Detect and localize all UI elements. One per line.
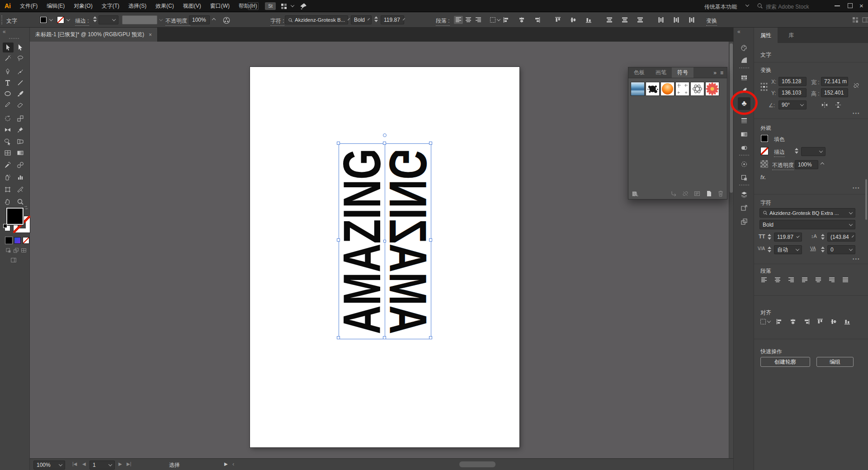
zoom-level-select[interactable]: 100% xyxy=(33,461,65,470)
height-input[interactable]: 152.401 xyxy=(821,88,848,97)
font-family-select[interactable]: Akzidenz-Grotesk B... xyxy=(285,15,348,24)
menu-edit[interactable]: 编辑(E) xyxy=(42,2,69,10)
para-justify-left-button[interactable] xyxy=(801,276,808,284)
draw-normal-icon[interactable] xyxy=(5,247,11,253)
swap-fill-stroke-icon[interactable] xyxy=(24,205,29,210)
workspace-switcher[interactable]: 传统基本功能 xyxy=(704,3,737,11)
delete-symbol-icon[interactable] xyxy=(717,190,724,197)
toolbar-grip[interactable] xyxy=(9,38,19,39)
new-symbol-icon[interactable] xyxy=(705,190,712,197)
align-vertical-center-button[interactable] xyxy=(570,16,577,24)
menu-window[interactable]: 窗口(W) xyxy=(206,2,234,10)
text-anchor-handle[interactable] xyxy=(383,133,387,137)
workspace-chevron-icon[interactable] xyxy=(745,3,749,6)
symbol-libraries-icon[interactable] xyxy=(631,190,639,197)
menu-select[interactable]: 选择(S) xyxy=(124,2,151,10)
status-back-icon[interactable]: ‹ xyxy=(232,461,234,467)
menu-file[interactable]: 文件(F) xyxy=(15,2,42,10)
opacity-input[interactable]: 100% xyxy=(189,15,210,24)
last-artboard-icon[interactable]: ▶| xyxy=(127,461,131,466)
symbol-flower[interactable] xyxy=(705,82,719,96)
tab-libraries[interactable]: 库 xyxy=(782,28,800,43)
stroke-color-swatch[interactable] xyxy=(57,16,64,24)
fill-indicator[interactable] xyxy=(6,207,24,225)
font-family-select[interactable]: Akzidenz-Grotesk BQ Extra ... xyxy=(760,208,855,218)
align-vertical-bottom-button[interactable] xyxy=(844,318,851,325)
brush-chevron-icon[interactable] xyxy=(159,17,163,21)
first-artboard-icon[interactable]: |◀ xyxy=(72,461,77,466)
kerning-select[interactable]: 自动 xyxy=(774,245,802,254)
align-vertical-center-button[interactable] xyxy=(830,318,837,325)
document-tab[interactable]: 未标题-1 [已恢复]* @ 100% (RGB/GPU 预览) × xyxy=(30,28,158,42)
opacity-label[interactable]: 不透明度 : xyxy=(165,17,190,26)
selection-handle[interactable] xyxy=(383,142,386,145)
symbol-orange-button[interactable] xyxy=(660,82,675,96)
panel-scrollbar-thumb[interactable] xyxy=(865,179,867,220)
draw-behind-icon[interactable] xyxy=(13,247,19,253)
distribute-vertical-center-button[interactable] xyxy=(621,16,628,24)
stroke-weight-select[interactable] xyxy=(99,15,118,24)
panel-menu-icon[interactable]: ≡ xyxy=(718,67,727,78)
font-style-select[interactable]: Bold xyxy=(351,15,372,24)
stock-button[interactable]: St xyxy=(265,2,276,10)
tab-swatches[interactable]: 色板 xyxy=(628,67,650,78)
tab-symbols[interactable]: 符号 xyxy=(672,67,693,78)
stroke-weight-stepper[interactable] xyxy=(93,16,97,22)
menu-view[interactable]: 视图(V) xyxy=(179,2,206,10)
distribute-horizontal-left-button[interactable] xyxy=(657,16,665,24)
default-swatches-icon[interactable] xyxy=(5,225,10,231)
para-align-left-button[interactable] xyxy=(760,276,768,284)
opacity-label[interactable]: 不透明度 xyxy=(772,161,794,170)
tracking-select[interactable]: 0 xyxy=(827,245,855,254)
opacity-expand-icon[interactable] xyxy=(821,162,824,166)
para-justify-right-button[interactable] xyxy=(828,276,835,284)
dock-expand-icon[interactable]: « xyxy=(737,28,741,35)
control-bar-grip[interactable] xyxy=(1,15,3,24)
reference-point-locator[interactable] xyxy=(760,78,769,95)
group-button[interactable]: 编组 xyxy=(816,357,854,367)
character-label[interactable]: 字符 : xyxy=(270,17,284,26)
selection-handle[interactable] xyxy=(429,336,432,339)
transform-more-options[interactable]: ••• xyxy=(853,111,860,116)
align-left-paragraph-button[interactable] xyxy=(454,16,463,24)
width-input[interactable]: 72.141 m xyxy=(821,77,848,86)
selection-handle[interactable] xyxy=(429,238,432,242)
selection-handle[interactable] xyxy=(337,142,340,145)
close-button[interactable]: × xyxy=(859,2,863,9)
opacity-checker-icon[interactable] xyxy=(760,160,768,168)
align-horizontal-left-button[interactable] xyxy=(776,318,783,325)
align-right-paragraph-button[interactable] xyxy=(475,16,482,24)
vertical-scroll-thumb[interactable] xyxy=(730,43,733,193)
brush-definition-select[interactable] xyxy=(122,15,157,24)
distribute-horizontal-center-button[interactable] xyxy=(673,16,680,24)
symbol-ink-splat[interactable] xyxy=(646,82,660,96)
color-mode-button[interactable] xyxy=(5,237,12,244)
selection-handle[interactable] xyxy=(383,336,386,339)
align-vertical-top-button[interactable] xyxy=(816,318,824,325)
break-link-icon[interactable] xyxy=(682,190,689,197)
tab-brushes[interactable]: 画笔 xyxy=(650,67,672,78)
stroke-weight-stepper[interactable] xyxy=(795,148,798,154)
para-justify-center-button[interactable] xyxy=(815,276,822,284)
distribute-vertical-top-button[interactable] xyxy=(606,16,613,24)
stroke-swatch[interactable] xyxy=(760,147,769,155)
previous-artboard-icon[interactable]: ◀ xyxy=(82,461,86,466)
stock-search-label[interactable]: 搜索 Adobe Stock xyxy=(766,3,809,11)
align-to-chevron-icon[interactable] xyxy=(497,17,500,21)
bridge-button[interactable]: Br xyxy=(248,2,259,10)
symbol-options-icon[interactable] xyxy=(693,190,701,197)
horizontal-scroll-thumb[interactable] xyxy=(459,461,495,467)
draw-inside-icon[interactable] xyxy=(21,247,27,253)
screen-mode-icon[interactable] xyxy=(10,257,17,263)
opacity-expand-icon[interactable] xyxy=(212,18,216,22)
stroke-label[interactable]: 描边 xyxy=(774,148,785,157)
font-style-select[interactable]: Bold xyxy=(760,220,855,229)
fill-swatch[interactable] xyxy=(760,134,769,142)
font-size-stepper[interactable] xyxy=(768,234,771,240)
stroke-chevron-icon[interactable] xyxy=(66,17,70,21)
selection-handle[interactable] xyxy=(337,238,340,242)
leading-select[interactable]: (143.84 xyxy=(827,233,855,242)
kerning-stepper[interactable] xyxy=(768,247,771,252)
align-to-chevron-icon[interactable] xyxy=(767,319,771,323)
align-horizontal-right-button[interactable] xyxy=(533,16,541,24)
